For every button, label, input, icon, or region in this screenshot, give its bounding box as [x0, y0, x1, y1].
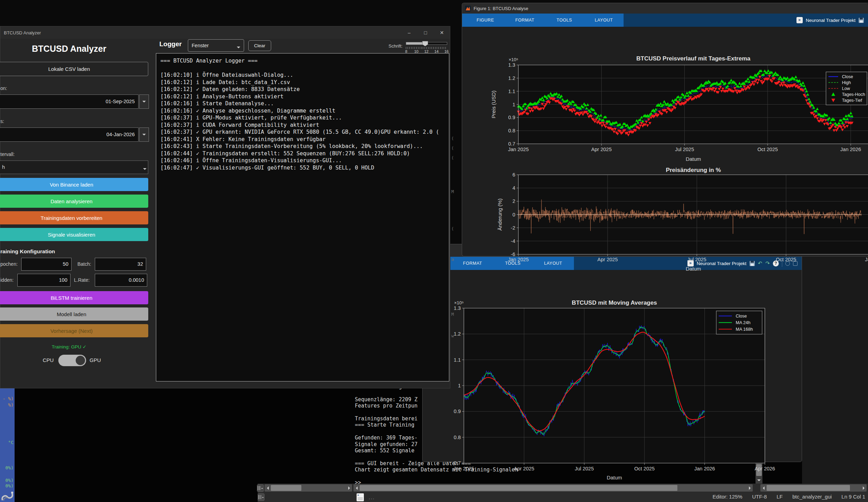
svg-text:Tages-Hoch: Tages-Hoch	[842, 92, 865, 97]
interval-label: tervall:	[0, 151, 15, 157]
figure-toolstrip: FIGUREFORMATTOOLSLAYOUT » Neuronal Trade…	[462, 14, 868, 27]
left-panel-horizontal-scrollbar[interactable]	[265, 484, 352, 492]
collapse-toolstrip-icon[interactable]: »	[796, 17, 803, 23]
chart-legend[interactable]: CloseMA 24hMA 168h	[716, 311, 762, 334]
x-axis-label: Datum	[607, 475, 622, 480]
chart-price_extrema: 1.31.21.110.90.80.7Jan 2025Apr 2025Jul 2…	[490, 54, 868, 165]
epochs-field[interactable]: 50	[21, 258, 72, 271]
chart-price-extrema[interactable]: 1.31.21.110.90.80.7Jan 2025Apr 2025Jul 2…	[490, 54, 868, 165]
date-from-field[interactable]: 01-Sep-2025	[0, 94, 139, 109]
date-from-dropdown-button[interactable]	[139, 94, 149, 109]
ellipsis-label: ...	[369, 495, 375, 500]
status-bar: Editor: 125%UTF-8LFbtc_analyzer_guiLn 9 …	[712, 494, 865, 500]
chevron-down-icon	[142, 134, 146, 137]
desktop: Gesamt Trainingsbei Sequenzlänge: 2209 Z…	[0, 0, 868, 502]
svg-text:Jul 2025: Jul 2025	[687, 257, 707, 262]
arrow-left-icon	[761, 486, 765, 490]
logger-target-dropdown[interactable]: Fenster	[188, 39, 244, 52]
predict-next-button[interactable]: Vorhersage (Next)	[0, 324, 148, 337]
log-line: [16:02:12] i Lade Datei: btc_data_1Y.csv	[160, 79, 445, 86]
visualize-signals-button[interactable]: Signale visualisieren	[0, 228, 148, 241]
figure-window-1: Figure 1: BTCUSD Analyse FIGUREFORMATTOO…	[462, 3, 868, 256]
svg-text:Apr 2025: Apr 2025	[514, 466, 534, 471]
panel-grip[interactable]	[257, 484, 264, 492]
app-heading: BTCUSD Analyzer	[0, 44, 148, 54]
analyze-data-button[interactable]: Daten analysieren	[0, 195, 148, 208]
svg-text:Jan 2025: Jan 2025	[508, 257, 529, 262]
svg-text:Oct 2025: Oct 2025	[776, 257, 796, 262]
svg-text:0.8: 0.8	[454, 435, 461, 440]
toolstrip-tabs: FIGUREFORMATTOOLSLAYOUT	[462, 14, 624, 27]
svg-text:Apr 2026: Apr 2026	[755, 466, 775, 471]
load-model-button[interactable]: Modell laden	[0, 307, 148, 321]
status-item: LF	[777, 494, 783, 500]
svg-text:Close: Close	[736, 314, 747, 319]
window-titlebar[interactable]: Figure 1: BTCUSD Analyse	[462, 3, 868, 14]
batch-field[interactable]: 32	[95, 258, 146, 271]
toggle-knob[interactable]	[76, 356, 85, 365]
scroll-left-button[interactable]	[265, 484, 270, 492]
status-item: btc_analyzer_gui	[792, 494, 832, 500]
chart-moving-averages[interactable]: 1.31.21.110.90.80.7Jan 2025Apr 2025Jul 2…	[431, 298, 799, 486]
y-axis-label: Preis (USD)	[491, 90, 496, 118]
lrate-field[interactable]: 0.0010	[95, 274, 147, 287]
scrollbar-thumb[interactable]	[360, 485, 677, 491]
svg-text:0.8: 0.8	[508, 128, 515, 133]
x-axis-label: Datum	[686, 266, 701, 271]
document-icon[interactable]: »	[357, 493, 364, 501]
axis-exponent-label: ×10⁵	[509, 57, 518, 62]
date-to-field[interactable]: 04-Jan-2026	[0, 127, 139, 142]
svg-text:Jan 2025: Jan 2025	[508, 147, 529, 152]
interval-select[interactable]: h	[0, 161, 148, 174]
maximize-button[interactable]: □	[417, 26, 434, 39]
logger-output[interactable]: === BTCUSD Analyzer Logger === [16:02:10…	[156, 53, 449, 381]
chart-percent-change[interactable]: 6420-2-4-6Jan 2025Apr 2025Jul 2025Oct 20…	[490, 167, 868, 271]
clear-log-button[interactable]: Clear	[248, 40, 271, 51]
svg-text:Close: Close	[842, 74, 853, 79]
toolstrip-tab[interactable]: LAYOUT	[584, 14, 624, 27]
statusbar-grip[interactable]	[258, 493, 265, 501]
scrollbar-thumb[interactable]	[767, 485, 850, 491]
arrow-up-icon	[261, 487, 263, 489]
chart-legend[interactable]: CloseHighLowTages-HochTages-Tief	[826, 72, 867, 105]
svg-text:Apr 2025: Apr 2025	[598, 257, 618, 262]
figure-canvas: 1.31.21.110.90.80.7Jan 2025Apr 2025Jul 2…	[462, 27, 868, 256]
prepare-training-data-button[interactable]: Trainingsdaten vorbereiten	[0, 211, 148, 224]
font-size-slider[interactable]	[406, 42, 447, 45]
cpu-gpu-toggle[interactable]	[58, 355, 86, 366]
svg-text:Apr 2025: Apr 2025	[591, 147, 612, 152]
chart-pct_change: 6420-2-4-6Jan 2025Apr 2025Jul 2025Oct 20…	[490, 167, 868, 271]
interval-value: h	[2, 164, 5, 170]
svg-text:4: 4	[512, 185, 515, 191]
toolstrip-tab[interactable]: TOOLS	[545, 14, 584, 27]
scrollbar-thumb[interactable]	[271, 485, 301, 491]
grip-bars-icon	[258, 495, 261, 499]
scroll-left-button[interactable]	[353, 484, 359, 492]
date-from-label: on:	[0, 85, 7, 91]
slider-knob[interactable]	[422, 41, 428, 46]
save-icon[interactable]	[859, 18, 864, 23]
load-binance-button[interactable]: Von Binance laden	[0, 178, 148, 191]
hidden-field[interactable]: 100	[17, 274, 70, 287]
log-line: [16:02:43] i Starte Trainingsdaten-Vorbe…	[160, 143, 445, 150]
train-bilstm-button[interactable]: BiLSTM trainieren	[0, 291, 148, 304]
toolstrip-tab[interactable]: FIGURE	[466, 14, 505, 27]
load-csv-button[interactable]: Lokale CSV laden	[0, 62, 148, 76]
date-to-dropdown-button[interactable]	[139, 127, 149, 142]
svg-text:Low: Low	[842, 86, 850, 91]
svg-text:0.9: 0.9	[508, 115, 515, 120]
log-line: [16:02:47] ✓ Visualisierungs-GUI geöffne…	[160, 164, 445, 172]
scroll-right-button[interactable]	[347, 484, 352, 492]
svg-text:Oct 2025: Oct 2025	[634, 466, 655, 471]
log-line: [16:02:10] i Öffne Dateiauswahl-Dialog..…	[160, 72, 445, 79]
scroll-right-button[interactable]	[861, 484, 867, 492]
close-button[interactable]: ✕	[434, 26, 450, 39]
epochs-label: pochen:	[0, 261, 18, 267]
toolstrip-tab[interactable]: FORMAT	[505, 14, 545, 27]
svg-text:6: 6	[512, 172, 515, 178]
window-titlebar[interactable]: BTCUSD Analyzer – □ ✕	[0, 26, 450, 39]
svg-text:1: 1	[512, 102, 515, 107]
log-line: [16:02:12] i Analyse-Buttons aktiviert	[160, 93, 445, 100]
training-config-heading: raining Konfiguration	[0, 248, 55, 255]
minimize-button[interactable]: –	[401, 26, 417, 39]
